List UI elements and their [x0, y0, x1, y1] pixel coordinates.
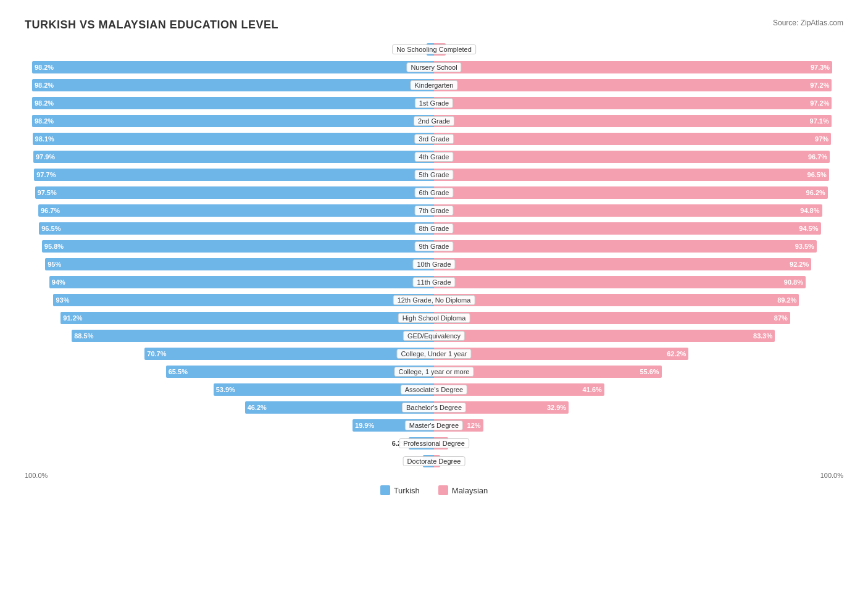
- val-turkish: 88.5%: [72, 332, 93, 340]
- bar-malaysian: 97.2%: [434, 79, 832, 91]
- bar-label: 12th Grade, No Diploma: [393, 295, 475, 305]
- right-half: 96.2%: [434, 186, 843, 199]
- val-malaysian: 90.8%: [784, 278, 806, 286]
- bar-turkish: 96.7%: [38, 204, 434, 217]
- left-half: 98.2%: [25, 96, 434, 110]
- left-half: 95.8%: [25, 240, 434, 253]
- left-half: 53.9%: [25, 383, 434, 396]
- left-half: 98.2%: [25, 78, 434, 92]
- right-half: 89.2%: [434, 293, 843, 307]
- left-half: 97.5%: [25, 186, 434, 199]
- bar-turkish: 96.5%: [39, 222, 434, 235]
- bar-turkish: 97.9%: [33, 151, 434, 163]
- bar-turkish: 91.2%: [61, 312, 434, 324]
- val-malaysian: 41.6%: [583, 386, 604, 393]
- bar-turkish: 95.8%: [42, 240, 434, 253]
- val-turkish: 96.7%: [38, 207, 60, 214]
- right-half: 92.2%: [434, 257, 843, 271]
- bar-label: Kindergarten: [411, 80, 458, 90]
- right-half: 94.8%: [434, 204, 843, 217]
- bar-row: 53.9% Associate's Degree 41.6%: [25, 382, 843, 398]
- val-turkish: 98.2%: [32, 99, 54, 107]
- bar-turkish: 98.2%: [32, 97, 434, 109]
- bar-malaysian: 87%: [434, 312, 790, 324]
- bar-turkish: 93%: [53, 294, 434, 306]
- bar-turkish: 98.1%: [33, 133, 434, 145]
- right-half: 97.2%: [434, 96, 843, 110]
- val-turkish: 97.7%: [34, 171, 56, 178]
- right-half: 93.5%: [434, 240, 843, 253]
- axis-right: 100.0%: [820, 472, 843, 479]
- bar-row: 1.8% No Schooling Completed 2.8%: [25, 41, 843, 57]
- bar-turkish: 98.2%: [32, 115, 434, 127]
- bar-row: 97.7% 5th Grade 96.5%: [25, 167, 843, 183]
- bar-row: 98.2% Nursery School 97.3%: [25, 59, 843, 75]
- right-half: 97.1%: [434, 114, 843, 128]
- legend: Turkish Malaysian: [25, 485, 843, 495]
- right-half: 97.2%: [434, 78, 843, 92]
- val-turkish: 95.8%: [42, 243, 64, 250]
- legend-item-turkish: Turkish: [380, 485, 420, 495]
- bar-label: 1st Grade: [415, 98, 453, 108]
- bar-row: 70.7% College, Under 1 year 62.2%: [25, 346, 843, 362]
- right-half: 96.7%: [434, 150, 843, 164]
- val-turkish: 94%: [49, 278, 65, 286]
- bar-malaysian: 97.1%: [434, 115, 832, 127]
- bar-label: 5th Grade: [415, 170, 454, 180]
- bar-row: 97.9% 4th Grade 96.7%: [25, 149, 843, 165]
- bar-malaysian: 83.3%: [434, 330, 775, 342]
- legend-label-malaysian: Malaysian: [452, 486, 488, 495]
- bar-malaysian: 89.2%: [434, 294, 799, 306]
- val-malaysian: 97.2%: [810, 82, 832, 89]
- val-malaysian: 62.2%: [667, 350, 688, 357]
- bar-row: 98.2% 2nd Grade 97.1%: [25, 113, 843, 129]
- left-half: 2.7%: [25, 454, 434, 468]
- val-turkish: 96.5%: [39, 225, 61, 232]
- bar-malaysian: 97.3%: [434, 61, 832, 73]
- chart-source: Source: ZipAtlas.com: [773, 19, 843, 27]
- bar-label: College, 1 year or more: [394, 367, 474, 377]
- bar-malaysian: 96.2%: [434, 186, 828, 199]
- bar-malaysian: 93.5%: [434, 240, 817, 253]
- val-malaysian: 96.7%: [808, 153, 830, 161]
- bar-row: 95.8% 9th Grade 93.5%: [25, 238, 843, 254]
- bar-label: College, Under 1 year: [396, 349, 471, 359]
- bar-row: 46.2% Bachelor's Degree 32.9%: [25, 399, 843, 416]
- val-turkish: 19.9%: [353, 422, 374, 429]
- left-half: 88.5%: [25, 329, 434, 343]
- axis-left: 100.0%: [25, 472, 48, 479]
- bar-label: Nursery School: [406, 62, 461, 72]
- bar-label: 3rd Grade: [414, 134, 454, 144]
- val-malaysian: 92.2%: [790, 261, 811, 268]
- val-turkish: 70.7%: [144, 350, 166, 357]
- bar-row: 93% 12th Grade, No Diploma 89.2%: [25, 292, 843, 308]
- bar-malaysian: 94.5%: [434, 222, 821, 235]
- val-malaysian: 96.5%: [807, 171, 829, 178]
- left-half: 91.2%: [25, 311, 434, 325]
- right-half: 1.5%: [434, 454, 843, 468]
- bar-label: 11th Grade: [412, 277, 455, 287]
- bar-malaysian: 94.8%: [434, 204, 822, 217]
- val-malaysian: 97.1%: [810, 117, 832, 125]
- val-turkish: 95%: [45, 261, 61, 268]
- bar-row: 98.2% Kindergarten 97.2%: [25, 77, 843, 93]
- right-half: 55.6%: [434, 365, 843, 378]
- bar-row: 88.5% GED/Equivalency 83.3%: [25, 328, 843, 344]
- bar-turkish: 97.5%: [35, 186, 434, 199]
- val-malaysian: 89.2%: [777, 296, 799, 304]
- bar-row: 98.2% 1st Grade 97.2%: [25, 95, 843, 111]
- val-turkish: 93%: [53, 296, 69, 304]
- val-turkish: 98.1%: [33, 135, 54, 143]
- val-turkish: 91.2%: [61, 314, 82, 322]
- val-turkish: 98.2%: [32, 64, 54, 71]
- right-half: 12%: [434, 419, 843, 432]
- left-half: 93%: [25, 293, 434, 307]
- bar-row: 97.5% 6th Grade 96.2%: [25, 185, 843, 201]
- left-half: 97.9%: [25, 150, 434, 164]
- val-malaysian: 94.8%: [800, 207, 822, 214]
- bar-malaysian: 97.2%: [434, 97, 832, 109]
- bar-label: 6th Grade: [415, 188, 454, 198]
- left-half: 96.5%: [25, 222, 434, 235]
- val-turkish: 97.5%: [35, 189, 57, 196]
- right-half: 94.5%: [434, 222, 843, 235]
